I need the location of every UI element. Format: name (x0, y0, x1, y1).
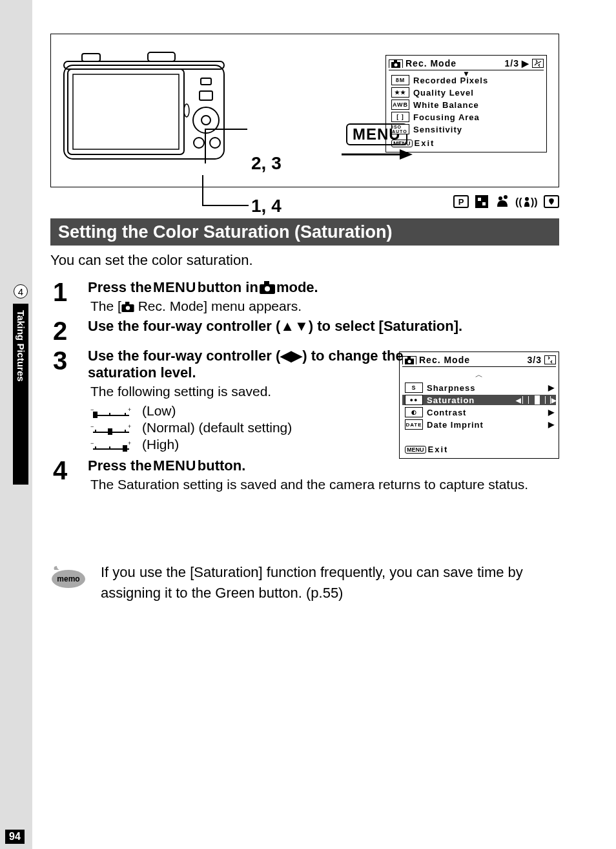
svg-point-29 (265, 286, 270, 291)
svg-text:+: + (128, 441, 131, 446)
chapter-number: 4 (14, 284, 28, 299)
svg-point-32 (126, 306, 130, 310)
caret-up-icon: ︿ (402, 370, 556, 381)
svg-rect-22 (482, 202, 486, 205)
svg-rect-41 (108, 428, 112, 435)
svg-rect-28 (264, 281, 269, 285)
chapter-tab: 4 Taking Pictures (13, 284, 28, 485)
memo-text: If you use the [Saturation] function fre… (101, 562, 559, 603)
svg-rect-10 (201, 78, 211, 85)
screen-page: 1/3 (505, 58, 519, 68)
svg-text:((: (( (515, 196, 522, 207)
camera-illustration (60, 46, 228, 162)
chapter-label: Taking Pictures (13, 304, 28, 485)
slider-normal-icon: −+ (90, 423, 132, 433)
menu-item: AWBWhite Balance (391, 100, 544, 110)
menu-item: ◐Contrast▶ (405, 407, 556, 417)
menu-item-selected: ●● Saturation ◀▶ (402, 395, 556, 405)
svg-text:memo: memo (57, 574, 79, 583)
menu-item: ISO AUTOSensitivity (391, 124, 544, 134)
caret-down-icon: ▼ (462, 69, 470, 78)
memo-note: memo If you use the [Saturation] functio… (50, 562, 559, 603)
svg-rect-31 (125, 302, 129, 305)
mode-icons-row: P (()) (420, 193, 559, 211)
camera-icon (260, 281, 275, 294)
svg-text:+: + (128, 424, 131, 430)
svg-point-17 (395, 63, 398, 67)
step-4: 4 Press the MENU button. The Saturation … (53, 457, 559, 492)
screen-exit-row: MENU Exit (405, 445, 556, 454)
svg-rect-5 (73, 74, 179, 149)
svg-text:)): )) (531, 196, 538, 207)
callout-label-14: 1, 4 (251, 196, 282, 216)
page-number: 94 (5, 830, 25, 844)
callout-label-23: 2, 3 (251, 153, 282, 174)
camera-icon (121, 302, 134, 312)
triangle-right-icon: ▶ (548, 408, 555, 417)
triangle-right-icon: ▶ (548, 383, 555, 392)
section-heading: Setting the Color Saturation (Saturation… (50, 218, 559, 246)
svg-rect-20 (475, 195, 488, 208)
triangle-right-icon: ▶ (548, 420, 555, 429)
tools-tab-icon (532, 59, 544, 68)
lcd-screen-rec-mode-1: Rec. Mode 1/3 ▶ ▼ 8MRecorded Pixels ★★Qu… (385, 55, 547, 152)
svg-point-8 (194, 138, 204, 148)
screen-title: Rec. Mode (406, 58, 502, 68)
svg-point-53 (408, 360, 411, 363)
lcd-screen-rec-mode-3: Rec. Mode 3/3 ︿ SSharpness▶ ●● Saturatio… (399, 351, 559, 459)
menu-item: [ ]Focusing Area (391, 112, 544, 122)
tools-tab-icon (544, 355, 556, 364)
saturation-slider-icon: ◀▶ (516, 396, 557, 404)
menu-item: ★★Quality Level (391, 87, 544, 98)
svg-rect-48 (123, 445, 127, 452)
svg-text:−: − (90, 441, 94, 446)
svg-rect-0 (64, 65, 224, 159)
svg-point-9 (210, 138, 220, 148)
svg-text:−: − (90, 408, 94, 413)
menu-word: MENU (153, 457, 196, 474)
svg-text:+: + (128, 408, 131, 413)
menu-item: DATEDate Imprint▶ (405, 419, 556, 430)
saturation-low-row: −+ (Low) (90, 403, 404, 419)
triangle-right-icon: ▶ (522, 58, 529, 68)
menu-word: MENU (153, 279, 196, 296)
svg-rect-2 (82, 54, 100, 61)
step-2: 2 Use the four-way controller (▲▼) to se… (53, 318, 559, 344)
slider-high-icon: −+ (90, 439, 132, 450)
svg-rect-4 (68, 69, 184, 154)
saturation-high-row: −+ (High) (90, 437, 404, 452)
slider-low-icon: −+ (90, 406, 132, 416)
svg-rect-52 (407, 357, 411, 359)
svg-point-7 (201, 116, 210, 125)
intro-text: You can set the color saturation. (50, 252, 253, 269)
svg-text:P: P (458, 197, 464, 207)
menu-item: SSharpness▶ (405, 383, 556, 393)
screen-exit-row: MENU Exit (391, 138, 544, 148)
svg-rect-21 (478, 198, 481, 201)
camera-tab-icon (389, 59, 403, 68)
svg-point-24 (525, 197, 529, 201)
svg-rect-3 (148, 52, 175, 61)
saturation-normal-row: −+ (Normal) (default setting) (90, 420, 404, 435)
camera-tab-icon (402, 356, 416, 364)
svg-rect-16 (394, 60, 397, 63)
memo-icon: memo (50, 562, 87, 591)
svg-point-12 (184, 104, 189, 117)
svg-text:−: − (90, 424, 94, 430)
step-1: 1 Press the MENU button in mode. The [ R… (53, 279, 559, 314)
figure-box: 2, 3 1, 4 MENU Rec. Mode 1/3 ▶ (50, 34, 559, 187)
svg-rect-11 (200, 91, 212, 100)
